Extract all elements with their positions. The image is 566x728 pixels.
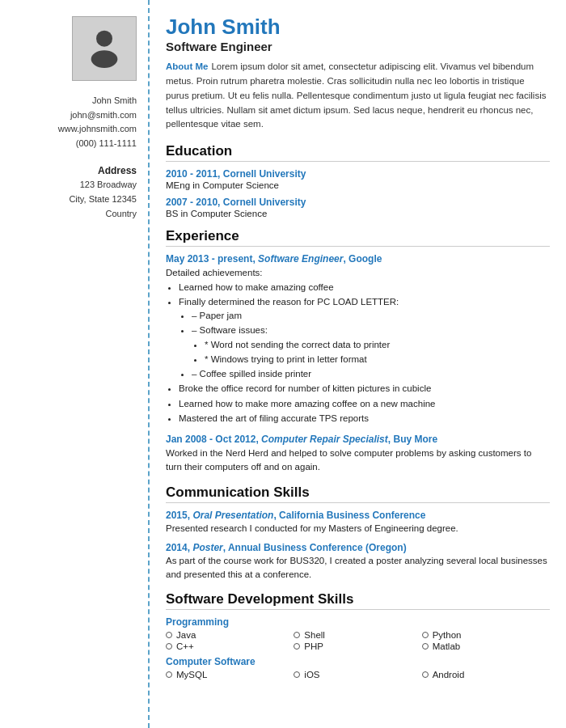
skill-bullet (294, 643, 300, 650)
candidate-job-title: Software Engineer (166, 40, 550, 53)
sidebar: John Smith john@smith.com www.johnsmith.… (0, 0, 150, 728)
skill-bullet (166, 671, 172, 678)
candidate-name: John Smith (166, 15, 550, 40)
sub-software: Software issues: Word not sending the co… (192, 324, 550, 366)
header: John Smith Software Engineer (166, 15, 550, 53)
skill-label: Matlab (433, 641, 461, 651)
skill-bullet (294, 671, 300, 678)
exp-entry-2: Jan 2008 - Oct 2012, Computer Repair Spe… (166, 434, 550, 475)
skill-python: Python (422, 630, 550, 640)
comm-desc-2: As part of the course work for BUS320, I… (166, 554, 550, 582)
exp-entry-1: May 2013 - present, Software Engineer, G… (166, 253, 550, 425)
skill-label: Java (176, 630, 196, 640)
sub-sub-list-software: Word not sending the correct data to pri… (205, 338, 550, 367)
edu-degree-2: BS in Computer Science (166, 209, 550, 218)
comm-header-1: 2015, Oral Presentation, California Busi… (166, 510, 550, 521)
bullet-tps: Mastered the art of filing accurate TPS … (179, 412, 550, 425)
skill-shell: Shell (294, 630, 421, 640)
skill-bullet (294, 632, 300, 638)
skill-android: Android (422, 670, 550, 679)
sub-list-pcload: Paper jam Software issues: Word not send… (192, 309, 550, 381)
contact-email: john@smith.com (58, 108, 137, 123)
skill-mysql: MySQL (166, 670, 294, 679)
skill-ios: iOS (294, 670, 421, 679)
exp-bullets-1: Learned how to make amazing coffee Final… (179, 281, 550, 426)
edu-date-school-2: 2007 - 2010, Cornell University (166, 197, 550, 208)
skill-php: PHP (294, 641, 421, 651)
software-skills-section: Software Development Skills Programming … (166, 591, 550, 679)
experience-section: Experience May 2013 - present, Software … (166, 228, 550, 474)
exp-header-1: May 2013 - present, Software Engineer, G… (166, 253, 550, 265)
bullet-kitten: Broke the office record for number of ki… (179, 382, 550, 396)
exp-desc-2: Worked in the Nerd Herd and helped to so… (166, 447, 550, 475)
skills-programming-grid: Java Shell Python C++ PHP Matlab (166, 630, 550, 651)
bullet-new-machine: Learned how to make more amazing coffee … (179, 397, 550, 411)
skill-bullet (422, 643, 429, 650)
edu-entry-1: 2010 - 2011, Cornell University MEng in … (166, 168, 550, 190)
education-section: Education 2010 - 2011, Cornell Universit… (166, 143, 550, 218)
comm-entry-1: 2015, Oral Presentation, California Busi… (166, 510, 550, 535)
sub-coffee-spill: Coffee spilled inside printer (192, 367, 550, 381)
communication-title: Communication Skills (166, 485, 550, 503)
skill-label: Python (433, 630, 462, 640)
address-street: 123 Broadway (69, 178, 137, 193)
about-me-section: About MeLorem ipsum dolor sit amet, cons… (166, 60, 550, 132)
avatar (72, 16, 137, 81)
experience-title: Experience (166, 228, 550, 247)
address: 123 Broadway City, State 12345 Country (69, 178, 137, 221)
bullet-coffee: Learned how to make amazing coffee (179, 281, 550, 294)
communication-section: Communication Skills 2015, Oral Presenta… (166, 485, 550, 582)
skill-label: Android (433, 670, 465, 679)
skill-label: Shell (304, 630, 325, 640)
skill-bullet (166, 632, 172, 638)
sub-paperjam: Paper jam (192, 309, 550, 323)
exp-header-2: Jan 2008 - Oct 2012, Computer Repair Spe… (166, 434, 550, 445)
address-label: Address (98, 165, 137, 176)
skills-programming-label: Programming (166, 616, 550, 628)
comm-header-2: 2014, Poster, Annual Business Conference… (166, 542, 550, 553)
skill-label: MySQL (176, 670, 207, 679)
about-me-label: About Me (166, 61, 208, 71)
education-title: Education (166, 143, 550, 162)
skill-cpp: C++ (166, 641, 294, 651)
comm-entry-2: 2014, Poster, Annual Business Conference… (166, 542, 550, 582)
skill-label: iOS (304, 670, 319, 679)
contact-info: John Smith john@smith.com www.johnsmith.… (58, 94, 137, 150)
skill-matlab: Matlab (422, 641, 550, 651)
comm-desc-1: Presented research I conducted for my Ma… (166, 522, 550, 535)
address-country: Country (69, 207, 137, 222)
skills-computer-software-grid: MySQL iOS Android (166, 670, 550, 679)
skill-bullet (422, 671, 429, 678)
contact-phone: (000) 111-1111 (58, 137, 137, 151)
person-icon (84, 28, 125, 70)
bullet-pcload: Finally determined the reason for PC LOA… (179, 295, 550, 382)
subsub-word: Word not sending the correct data to pri… (205, 338, 550, 352)
edu-date-school-1: 2010 - 2011, Cornell University (166, 168, 550, 180)
svg-point-0 (96, 30, 112, 46)
svg-point-1 (91, 50, 118, 68)
subsub-windows: Windows trying to print in letter format (205, 353, 550, 366)
about-me-text: Lorem ipsum dolor sit amet, consectetur … (166, 61, 546, 129)
software-skills-title: Software Development Skills (166, 591, 550, 610)
contact-website: www.johnsmith.com (58, 122, 137, 137)
skills-computer-software: Computer Software MySQL iOS Android (166, 656, 550, 679)
contact-name: John Smith (58, 94, 137, 108)
edu-degree-1: MEng in Computer Science (166, 180, 550, 190)
skill-bullet (166, 643, 172, 650)
skills-programming: Programming Java Shell Python C++ PHP Ma… (166, 616, 550, 651)
skills-computer-software-label: Computer Software (166, 656, 550, 667)
skill-java: Java (166, 630, 294, 640)
edu-entry-2: 2007 - 2010, Cornell University BS in Co… (166, 197, 550, 218)
skill-label: C++ (176, 641, 194, 651)
address-city-state: City, State 12345 (69, 193, 137, 207)
skill-bullet (422, 632, 429, 638)
skill-label: PHP (304, 641, 323, 651)
main-content: John Smith Software Engineer About MeLor… (150, 0, 566, 728)
exp-desc-1: Detailed achievements: Learned how to ma… (166, 266, 550, 425)
